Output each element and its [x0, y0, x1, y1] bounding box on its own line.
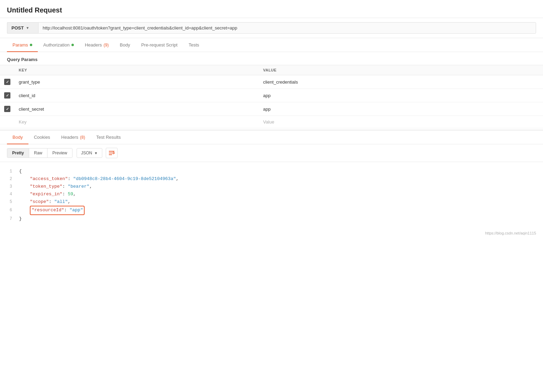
preview-button[interactable]: Preview [48, 148, 72, 157]
tab-authorization[interactable]: Authorization [38, 38, 79, 52]
tab-headers-label: Headers [85, 42, 102, 48]
response-tabs-bar: Body Cookies Headers (8) Test Results [0, 130, 543, 144]
json-key-resourceid: "resourceId" [32, 207, 64, 213]
json-format-select[interactable]: JSON ▼ [77, 148, 102, 158]
table-row: ✓ client_id app [0, 89, 543, 102]
code-line-1: 1 { [0, 168, 543, 175]
url-bar: POST ▼ [0, 18, 543, 38]
wrap-button[interactable] [106, 148, 118, 158]
page-title: Untitled Request [0, 0, 543, 18]
pretty-button[interactable]: Pretty [7, 148, 29, 157]
row-2-value[interactable]: app [259, 89, 543, 102]
table-row: ✓ grant_type client_credentials [0, 75, 543, 89]
row-2-checkbox[interactable]: ✓ [4, 92, 10, 99]
code-line-7: 7 } [0, 215, 543, 223]
request-tabs-bar: Params Authorization Headers (9) Body Pr… [0, 38, 543, 52]
params-active-dot [30, 44, 32, 46]
checkmark-icon: ✓ [6, 107, 9, 111]
table-row-placeholder: Key Value [0, 116, 543, 128]
col-key-header: KEY [15, 65, 259, 75]
raw-button[interactable]: Raw [29, 148, 48, 157]
placeholder-checkbox-cell [0, 116, 15, 128]
tab-tests[interactable]: Tests [183, 38, 205, 52]
response-tab-cookies[interactable]: Cookies [28, 130, 56, 144]
col-checkbox-header [0, 65, 15, 75]
json-open-brace: { [19, 169, 22, 174]
code-line-4: 4 "expires_in": 59, [0, 190, 543, 198]
json-key-token-type: "token_type" [30, 184, 62, 189]
line-num-1: 1 [0, 168, 19, 175]
footer-watermark: https://blog.csdn.net/aqin1115 [0, 228, 543, 238]
response-tab-headers-label: Headers [61, 135, 78, 140]
line-content-6: "resourceId": "app" [19, 206, 543, 215]
row-3-key[interactable]: client_secret [15, 102, 259, 116]
row-1-value[interactable]: client_credentials [259, 75, 543, 89]
json-key-access-token: "access_token" [30, 176, 68, 181]
code-line-2: 2 "access_token": "db0948c8-28b4-4604-9c… [0, 175, 543, 183]
response-tab-body-label: Body [12, 135, 23, 140]
response-body-code: 1 { 2 "access_token": "db0948c8-28b4-460… [0, 162, 543, 228]
response-tab-cookies-label: Cookies [34, 135, 50, 140]
response-headers-badge: (8) [80, 135, 85, 140]
tab-authorization-label: Authorization [43, 42, 70, 48]
line-content-3: "token_type": "bearer", [19, 183, 543, 190]
line-num-5: 5 [0, 198, 19, 205]
url-input[interactable] [38, 22, 536, 34]
line-content-2: "access_token": "db0948c8-28b4-4604-9c19… [19, 175, 543, 183]
code-line-3: 3 "token_type": "bearer", [0, 183, 543, 190]
code-line-5: 5 "scope": "all", [0, 198, 543, 206]
query-params-section-header: Query Params [0, 52, 543, 65]
json-key-expires-in: "expires_in" [30, 191, 62, 197]
tab-params[interactable]: Params [7, 38, 38, 52]
query-params-table: KEY VALUE ✓ grant_type client_credential… [0, 65, 543, 128]
json-val-access-token: "db0948c8-28b4-4604-9c19-8de52104963a" [73, 176, 176, 181]
checkmark-icon: ✓ [6, 93, 9, 98]
checkmark-icon: ✓ [6, 80, 9, 84]
line-content-1: { [19, 168, 543, 175]
tab-pre-request-script-label: Pre-request Script [141, 42, 178, 48]
wrap-icon [109, 150, 115, 156]
json-val-scope: "all" [54, 199, 68, 204]
tab-body-label: Body [120, 42, 130, 48]
response-toolbar: Pretty Raw Preview JSON ▼ [0, 144, 543, 162]
response-tab-body[interactable]: Body [7, 130, 28, 144]
method-label: POST [11, 25, 24, 31]
response-tab-test-results[interactable]: Test Results [90, 130, 126, 144]
line-content-7: } [19, 215, 543, 223]
line-num-2: 2 [0, 176, 19, 182]
placeholder-value[interactable]: Value [259, 116, 543, 128]
method-dropdown[interactable]: POST ▼ [7, 22, 38, 34]
tab-params-label: Params [12, 42, 28, 48]
table-row: ✓ client_secret app [0, 102, 543, 116]
tab-tests-label: Tests [189, 42, 199, 48]
line-num-3: 3 [0, 183, 19, 190]
format-group: Pretty Raw Preview [7, 148, 72, 158]
chevron-down-icon: ▼ [26, 26, 29, 30]
row-2-key[interactable]: client_id [15, 89, 259, 102]
row-2-checkbox-cell: ✓ [0, 89, 15, 102]
code-line-6: 6 "resourceId": "app" [0, 206, 543, 215]
highlight-resourceid: "resourceId": "app" [30, 206, 85, 215]
row-1-checkbox[interactable]: ✓ [4, 79, 10, 85]
placeholder-key[interactable]: Key [15, 116, 259, 128]
row-3-checkbox[interactable]: ✓ [4, 106, 10, 112]
json-val-token-type: "bearer" [68, 184, 89, 189]
response-tab-test-results-label: Test Results [96, 135, 121, 140]
col-value-header: VALUE [259, 65, 543, 75]
row-1-checkbox-cell: ✓ [0, 75, 15, 89]
tab-body[interactable]: Body [114, 38, 136, 52]
chevron-down-icon: ▼ [94, 151, 98, 155]
authorization-active-dot [71, 44, 74, 46]
json-val-resourceid: "app" [69, 207, 83, 213]
tab-headers[interactable]: Headers (9) [79, 38, 114, 52]
json-label: JSON [81, 151, 92, 155]
json-key-scope: "scope" [30, 199, 49, 204]
json-close-brace: } [19, 216, 22, 221]
tab-pre-request-script[interactable]: Pre-request Script [136, 38, 183, 52]
line-num-6: 6 [0, 207, 19, 214]
row-1-key[interactable]: grant_type [15, 75, 259, 89]
row-3-value[interactable]: app [259, 102, 543, 116]
row-3-checkbox-cell: ✓ [0, 102, 15, 116]
response-tab-headers[interactable]: Headers (8) [56, 130, 91, 144]
json-val-expires-in: 59 [68, 191, 73, 197]
